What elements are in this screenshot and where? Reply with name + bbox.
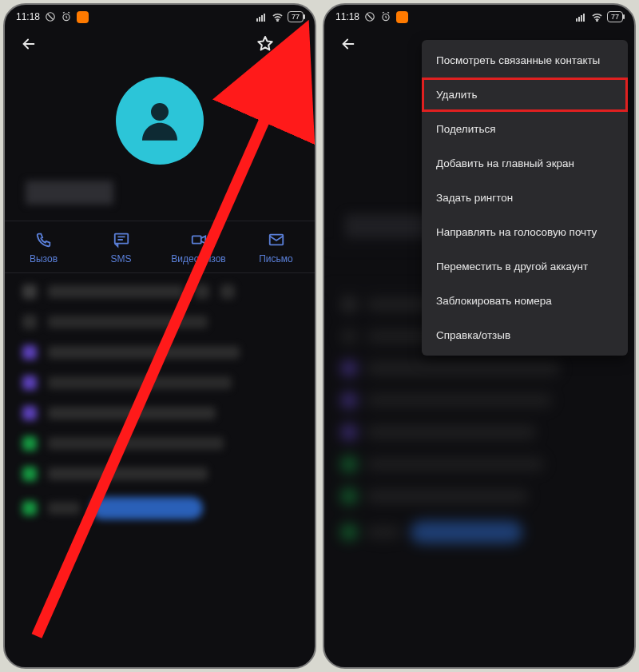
svg-rect-18: [578, 17, 580, 22]
list-item: [5, 345, 315, 360]
email-label: Письмо: [259, 253, 293, 264]
list-item: [5, 497, 315, 519]
back-button[interactable]: [16, 31, 42, 57]
contact-header: [5, 62, 315, 221]
overflow-menu: Посмотреть связанные контакты Удалить По…: [422, 40, 628, 356]
wifi-icon: [591, 12, 603, 22]
menu-set-ringtone[interactable]: Задать рингтон: [422, 181, 628, 215]
svg-point-10: [151, 103, 169, 121]
battery-indicator: 77: [607, 11, 623, 22]
status-bar: 11:18 77: [324, 5, 634, 26]
list-item: [5, 376, 315, 390]
svg-point-6: [277, 20, 278, 21]
menu-share[interactable]: Поделиться: [422, 112, 628, 146]
svg-point-9: [289, 47, 292, 50]
call-label: Вызов: [30, 253, 58, 264]
person-icon: [133, 94, 186, 147]
svg-rect-5: [264, 14, 265, 22]
email-action[interactable]: Письмо: [237, 221, 315, 272]
svg-rect-12: [192, 236, 200, 243]
topbar: [5, 26, 315, 62]
phone-right: 11:18 77: [323, 3, 636, 669]
menu-delete[interactable]: Удалить: [422, 78, 628, 112]
list-item: [5, 436, 315, 451]
status-time: 11:18: [16, 11, 40, 22]
menu-move-account[interactable]: Переместить в другой аккаунт: [422, 249, 628, 284]
svg-point-7: [289, 38, 292, 41]
email-icon: [268, 231, 285, 249]
svg-point-8: [289, 42, 292, 45]
phone-left: 11:18 77: [3, 3, 316, 669]
svg-rect-19: [581, 15, 582, 22]
list-item: [5, 315, 315, 329]
video-label: Видеовызов: [171, 253, 225, 264]
battery-indicator: 77: [288, 11, 304, 22]
video-action[interactable]: Видеовызов: [160, 221, 237, 272]
svg-rect-2: [256, 18, 258, 22]
video-icon: [190, 231, 208, 249]
app-badge-icon: [77, 11, 89, 23]
phone-icon: [35, 231, 53, 249]
sms-label: SMS: [110, 253, 131, 264]
sms-action[interactable]: SMS: [82, 221, 160, 272]
star-icon: [256, 34, 275, 54]
menu-block[interactable]: Заблокировать номера: [422, 284, 628, 318]
overflow-menu-button[interactable]: [278, 31, 304, 57]
signal-icon: [576, 12, 587, 22]
list-item: [5, 284, 315, 299]
svg-rect-11: [114, 234, 128, 244]
action-bar: Вызов SMS Видеовызов Письмо: [5, 221, 315, 273]
status-bar: 11:18 77: [5, 5, 315, 26]
menu-route-voicemail[interactable]: Направлять на голосовую почту: [422, 215, 628, 249]
app-badge-icon: [396, 11, 408, 23]
svg-rect-4: [261, 15, 263, 22]
signal-icon: [256, 12, 268, 22]
svg-point-21: [597, 20, 597, 21]
svg-rect-3: [259, 17, 260, 22]
list-item: [5, 406, 315, 420]
favorite-button[interactable]: [252, 31, 278, 57]
contact-name-redacted: [26, 181, 113, 205]
list-item: [5, 467, 315, 481]
wifi-icon: [272, 12, 284, 22]
message-icon: [113, 231, 130, 249]
svg-rect-20: [583, 14, 585, 22]
call-action[interactable]: Вызов: [5, 221, 82, 272]
dnd-icon: [45, 11, 56, 22]
alarm-icon: [380, 11, 391, 22]
menu-view-linked[interactable]: Посмотреть связанные контакты: [422, 43, 628, 78]
svg-rect-17: [576, 18, 577, 22]
menu-add-home[interactable]: Добавить на главный экран: [422, 146, 628, 181]
alarm-icon: [61, 11, 72, 22]
back-button[interactable]: [335, 31, 361, 57]
more-vert-icon: [283, 36, 299, 52]
dnd-icon: [364, 11, 375, 22]
details-list: [5, 273, 315, 667]
menu-help[interactable]: Справка/отзыв: [422, 318, 628, 352]
status-time: 11:18: [335, 11, 359, 22]
avatar[interactable]: [116, 77, 204, 165]
